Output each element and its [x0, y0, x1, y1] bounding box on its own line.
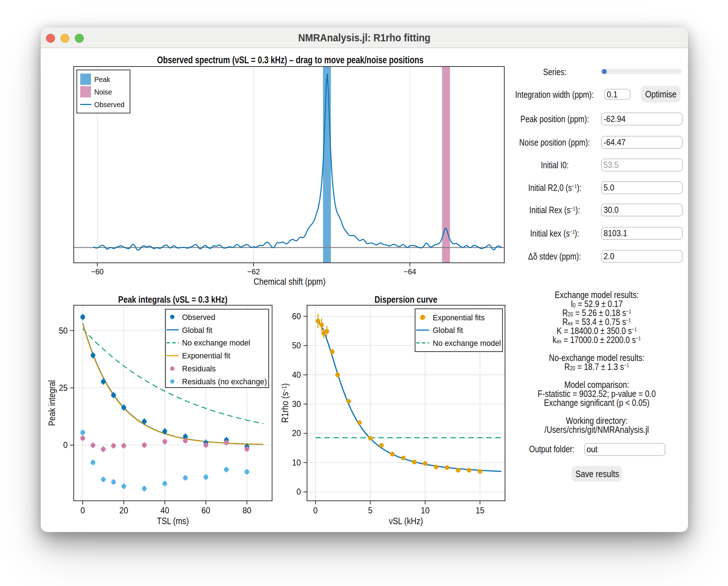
- svg-text:No exchange model: No exchange model: [182, 338, 250, 347]
- svg-text:Chemical shift (ppm): Chemical shift (ppm): [254, 276, 326, 287]
- svg-text:TSL (ms): TSL (ms): [157, 516, 189, 526]
- svg-text:Peak integrals (νSL = 0.3 kHz): Peak integrals (νSL = 0.3 kHz): [118, 294, 228, 305]
- svg-text:Observed spectrum (νSL = 0.3 k: Observed spectrum (νSL = 0.3 kHz) – drag…: [157, 55, 424, 65]
- svg-text:Residuals (no exchange): Residuals (no exchange): [182, 377, 267, 386]
- svg-text:Peak: Peak: [94, 75, 110, 83]
- svg-text:50: 50: [292, 340, 301, 350]
- svg-text:15: 15: [476, 505, 484, 515]
- svg-text:Peak integral: Peak integral: [46, 380, 57, 426]
- svg-text:Observed: Observed: [182, 313, 215, 322]
- svg-text:Noise: Noise: [94, 88, 112, 96]
- svg-text:−64: −64: [404, 267, 416, 276]
- svg-text:20: 20: [292, 428, 301, 438]
- svg-text:No exchange model: No exchange model: [433, 339, 501, 348]
- svg-text:Dispersion curve: Dispersion curve: [374, 294, 437, 305]
- svg-text:20: 20: [119, 505, 128, 515]
- svg-text:Global fit: Global fit: [433, 326, 463, 335]
- svg-text:10: 10: [421, 505, 430, 515]
- svg-text:40: 40: [160, 505, 169, 515]
- svg-text:Global fit: Global fit: [182, 326, 212, 335]
- svg-text:0: 0: [63, 440, 68, 450]
- svg-text:50: 50: [59, 326, 68, 335]
- svg-text:25: 25: [59, 383, 68, 393]
- svg-text:60: 60: [201, 505, 210, 515]
- svg-text:−62: −62: [247, 267, 260, 276]
- svg-text:60: 60: [292, 311, 301, 321]
- svg-text:Residuals: Residuals: [182, 364, 216, 373]
- svg-text:Exponential fits: Exponential fits: [433, 313, 485, 322]
- svg-text:80: 80: [242, 505, 251, 515]
- svg-text:Observed: Observed: [94, 101, 124, 109]
- svg-text:0: 0: [296, 487, 301, 496]
- svg-text:−60: −60: [91, 267, 104, 276]
- svg-text:R1rho (s−1): R1rho (s−1): [279, 383, 290, 423]
- svg-text:5: 5: [368, 505, 372, 515]
- svg-text:Exponential fit: Exponential fit: [182, 351, 230, 360]
- svg-text:10: 10: [292, 458, 301, 467]
- svg-text:0: 0: [81, 505, 85, 515]
- svg-text:0: 0: [313, 505, 318, 515]
- svg-text:30: 30: [292, 399, 301, 409]
- svg-text:40: 40: [292, 370, 301, 380]
- svg-text:νSL (kHz): νSL (kHz): [389, 516, 423, 526]
